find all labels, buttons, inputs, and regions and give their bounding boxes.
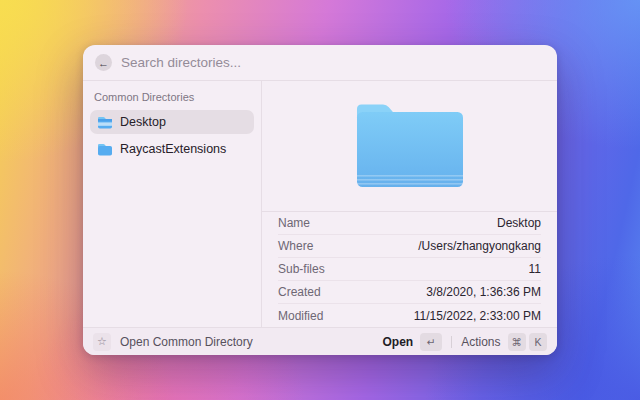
- large-folder-icon: [353, 101, 467, 191]
- row-label: Where: [278, 239, 313, 253]
- sidebar-item-label: RaycastExtensions: [120, 142, 226, 156]
- back-button[interactable]: ←: [95, 54, 112, 71]
- folder-icon: [97, 142, 113, 156]
- favorite-button[interactable]: ☆: [93, 333, 111, 351]
- desktop-background: { "search": { "placeholder": "Search dir…: [0, 0, 640, 400]
- sidebar-item-label: Desktop: [120, 115, 166, 129]
- enter-icon: ↵: [427, 336, 436, 348]
- table-row: Modified 11/15/2022, 2:33:00 PM: [278, 304, 541, 327]
- window-body: Common Directories Desktop RaycastExtens…: [83, 81, 557, 327]
- cmd-key[interactable]: ⌘: [508, 333, 527, 351]
- star-icon: ☆: [97, 335, 107, 348]
- row-value: 11/15/2022, 2:33:00 PM: [414, 309, 541, 323]
- actions-menu-label[interactable]: Actions: [461, 335, 500, 349]
- row-value: 3/8/2020, 1:36:36 PM: [426, 285, 541, 299]
- back-arrow-icon: ←: [98, 57, 109, 69]
- row-label: Sub-files: [278, 262, 325, 276]
- search-input[interactable]: [121, 55, 545, 70]
- sidebar-item-desktop[interactable]: Desktop: [90, 110, 254, 134]
- metadata-table: Name Desktop Where /Users/zhangyongkang …: [262, 211, 557, 327]
- table-row: Where /Users/zhangyongkang: [278, 235, 541, 258]
- table-row: Name Desktop: [278, 212, 541, 235]
- sidebar-item-raycastextensions[interactable]: RaycastExtensions: [90, 137, 254, 161]
- detail-panel: Name Desktop Where /Users/zhangyongkang …: [262, 81, 557, 327]
- row-label: Created: [278, 285, 321, 299]
- sidebar: Common Directories Desktop RaycastExtens…: [83, 81, 262, 327]
- table-row: Created 3/8/2020, 1:36:36 PM: [278, 281, 541, 304]
- shortcut-keys: ⌘ K: [508, 333, 548, 351]
- action-bar-title: Open Common Directory: [120, 335, 253, 349]
- row-label: Modified: [278, 309, 323, 323]
- desktop-folder-icon: [97, 115, 113, 129]
- table-row: Sub-files 11: [278, 258, 541, 281]
- row-value: /Users/zhangyongkang: [418, 239, 541, 253]
- action-bar: ☆ Open Common Directory Open ↵ Actions ⌘…: [83, 327, 557, 355]
- section-header: Common Directories: [90, 91, 254, 110]
- folder-preview: [262, 81, 557, 211]
- open-action-label[interactable]: Open: [382, 335, 413, 349]
- divider: [451, 336, 452, 348]
- row-value: Desktop: [497, 216, 541, 230]
- enter-key[interactable]: ↵: [420, 333, 442, 351]
- search-bar: ←: [83, 45, 557, 81]
- raycast-window: ← Common Directories Desktop R: [83, 45, 557, 355]
- row-label: Name: [278, 216, 310, 230]
- k-key[interactable]: K: [529, 333, 547, 351]
- row-value: 11: [529, 262, 541, 276]
